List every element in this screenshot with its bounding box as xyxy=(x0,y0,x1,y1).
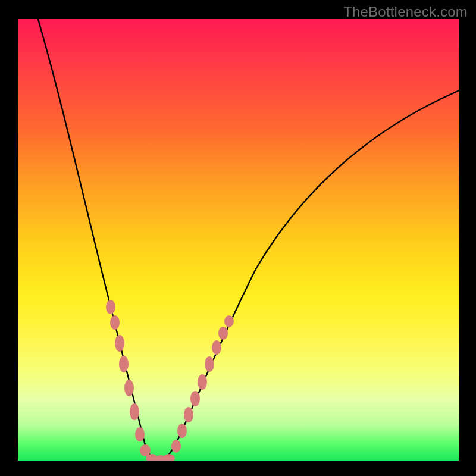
svg-point-5 xyxy=(130,403,139,420)
svg-point-15 xyxy=(198,374,207,390)
svg-point-14 xyxy=(190,391,200,406)
svg-point-17 xyxy=(212,340,221,355)
svg-point-3 xyxy=(119,356,129,372)
svg-point-6 xyxy=(135,427,145,441)
plot-area xyxy=(18,19,459,461)
curve-layer xyxy=(18,19,459,461)
svg-point-1 xyxy=(110,315,120,330)
svg-point-16 xyxy=(205,356,214,372)
svg-point-19 xyxy=(224,315,234,327)
svg-point-4 xyxy=(124,380,134,396)
svg-point-10 xyxy=(163,454,175,461)
bottleneck-curve xyxy=(35,19,459,459)
attribution-label: TheBottleneck.com xyxy=(343,4,468,20)
svg-point-18 xyxy=(218,327,228,340)
svg-point-2 xyxy=(115,335,124,352)
svg-point-0 xyxy=(106,300,115,314)
svg-point-11 xyxy=(171,440,181,453)
highlight-dots-right xyxy=(171,315,234,453)
svg-point-12 xyxy=(177,424,187,438)
highlight-dots-bottom xyxy=(146,454,175,461)
svg-point-13 xyxy=(184,407,193,422)
chart-frame: TheBottleneck.com xyxy=(0,0,476,476)
